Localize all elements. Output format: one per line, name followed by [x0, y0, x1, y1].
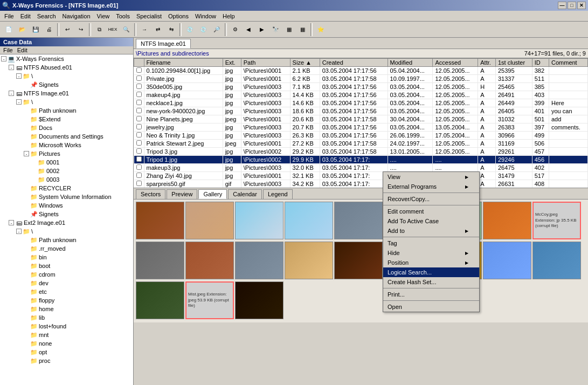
tab-legend[interactable]: Legend [263, 189, 293, 199]
tb-right[interactable]: ▶ [255, 23, 268, 36]
ctx-item-edit-comment[interactable]: Edit comment [383, 207, 479, 216]
tree-item-path-unknown2[interactable]: 📁Path unknown [0, 236, 133, 244]
tb-disk2[interactable]: 💿 [197, 23, 210, 36]
tb-disk[interactable]: 💿 [183, 23, 196, 36]
ctx-item-view[interactable]: View▶ [383, 172, 479, 182]
thumbnail-19[interactable]: Mist.jpeg Extension: jpeg 53.9 KB (corru… [185, 281, 234, 319]
table-row[interactable]: Tripod 1.jpgjpg\Pictures\000229.9 KB03.0… [134, 156, 588, 164]
tree-expand-ntfs-image[interactable]: - [9, 91, 14, 96]
tree-container[interactable]: -💻X-Ways Forensics-🖴NTFS Abused.e01-📁\📌S… [0, 54, 133, 385]
ctx-item-print[interactable]: Print... [383, 290, 479, 299]
tree-item-proc[interactable]: 📁proc [0, 356, 133, 365]
menu-navigation[interactable]: Navigation [59, 12, 94, 20]
tb-save[interactable]: 💾 [29, 23, 42, 36]
tree-item-0002[interactable]: 📁0002 [0, 167, 133, 175]
tb-nav2[interactable]: ⇄ [151, 23, 164, 36]
table-row[interactable]: makeup4.jpgjpg\Pictures\000314.4 KB03.05… [134, 91, 588, 99]
table-row[interactable]: sparpreis50.gifgif\Pictures\000334.2 KB0… [134, 180, 588, 188]
ctx-item-position[interactable]: Position▶ [383, 258, 479, 267]
table-row[interactable]: Neo & Trinity 1.jpgjpg\Pictures\000326.3… [134, 132, 588, 140]
table-row[interactable]: Nine Planets.jpegjpeg\Pictures\000120.6 … [134, 115, 588, 123]
tree-item-documents[interactable]: 📁Documents and Settings [0, 132, 133, 141]
tree-expand-ext2[interactable]: - [9, 220, 14, 225]
tree-item-recycler[interactable]: 📁RECYCLER [0, 184, 133, 192]
thumbnail-9[interactable] [136, 242, 184, 279]
tree-item-sysvolinfo[interactable]: 📁System Volume Information [0, 192, 133, 201]
row-checkbox[interactable] [136, 164, 142, 170]
row-checkbox[interactable] [136, 67, 142, 73]
menu-file[interactable]: File [1, 12, 17, 20]
ctx-item-add-to[interactable]: Add to▶ [383, 226, 479, 236]
table-row[interactable]: Private.jpgjpg\Pictures\00016.2 KB03.05.… [134, 75, 588, 83]
menu-search[interactable]: Search [34, 12, 59, 20]
tree-item-etc[interactable]: 📁etc [0, 287, 133, 296]
table-row[interactable]: Zhang Ziyi 40.jpgjpg\Pictures\000132.1 K… [134, 172, 588, 180]
tab-sectors[interactable]: Sectors [136, 189, 165, 199]
menu-options[interactable]: Options [165, 12, 192, 20]
tree-item-0001[interactable]: 📁0001 [0, 158, 133, 167]
tb-star[interactable]: ⭐ [314, 23, 327, 36]
menu-view[interactable]: View [94, 12, 113, 20]
thumbnail-13[interactable] [334, 242, 383, 279]
tab-ntfs-image[interactable]: NTFS Image.e01 [136, 39, 191, 49]
row-checkbox[interactable] [136, 84, 142, 89]
row-checkbox[interactable] [136, 156, 142, 162]
table-row[interactable]: Patrick Stewart 2.jpegjpeg\Pictures\0001… [134, 140, 588, 148]
col-accessed[interactable]: Accessed [433, 59, 478, 67]
thumbnail-4[interactable] [334, 202, 383, 239]
tree-item-xways[interactable]: -💻X-Ways Forensics [0, 54, 133, 63]
row-checkbox[interactable] [136, 100, 142, 105]
tree-item-signets2[interactable]: 📌Signets [0, 210, 133, 218]
tree-item-pictures[interactable]: -📁Pictures [0, 149, 133, 158]
menu-edit[interactable]: Edit [17, 12, 34, 20]
row-checkbox[interactable] [136, 140, 142, 146]
tree-expand-ntfs-abused[interactable]: - [9, 65, 14, 70]
thumbnail-20[interactable] [235, 281, 283, 319]
file-table-container[interactable]: Filename Ext. Path Size ▲ Created Modifi… [134, 58, 588, 188]
tree-item-0003[interactable]: 📁0003 [0, 175, 133, 184]
table-row[interactable]: makeup3.jpgjpg\Pictures\000332.0 KB03.05… [134, 164, 588, 172]
tb-binoculars[interactable]: 🔭 [269, 23, 282, 36]
ctx-item-recover-copy[interactable]: Recover/Copy... [383, 194, 479, 204]
row-checkbox[interactable] [136, 75, 142, 81]
table-row[interactable]: new-york-9400020.jpgjpg\Pictures\000318.… [134, 107, 588, 115]
tree-item-docs[interactable]: 📁Docs [0, 123, 133, 132]
tree-expand-ntfs-image-root[interactable]: - [16, 99, 22, 105]
tree-expand-pictures[interactable]: - [24, 151, 29, 156]
case-menu-edit[interactable]: Edit [15, 46, 30, 54]
row-checkbox[interactable] [136, 108, 142, 113]
tb-grid2[interactable]: ▦ [296, 23, 309, 36]
tb-hex[interactable]: HEX [106, 23, 119, 36]
tb-grid1[interactable]: ▦ [282, 23, 295, 36]
minimize-button[interactable]: — [558, 2, 566, 9]
table-row[interactable]: necklace1.jpgjpg\Pictures\000314.6 KB03.… [134, 99, 588, 107]
ctx-item-open[interactable]: Open [383, 302, 479, 312]
thumbnail-3[interactable] [285, 202, 333, 239]
tb-nav1[interactable]: → [138, 23, 151, 36]
tree-item-signets1[interactable]: 📌Signets [0, 80, 133, 89]
ctx-item-external-programs[interactable]: External Programs▶ [383, 182, 479, 191]
tb-undo[interactable]: ↩ [61, 23, 74, 36]
tree-item-ntfs-abused[interactable]: -🖴NTFS Abused.e01 [0, 63, 133, 72]
tb-tools1[interactable]: ⚙ [229, 23, 241, 36]
col-comment[interactable]: Comment [549, 59, 588, 67]
menu-window[interactable]: Window [192, 12, 219, 20]
tree-item-path-unknown1[interactable]: 📁Path unknown [0, 106, 133, 115]
thumbnail-11[interactable] [235, 242, 283, 279]
thumbnail-10[interactable] [185, 242, 234, 279]
tree-item-lost-found[interactable]: 📁lost+found [0, 322, 133, 331]
tree-item-ext2-root[interactable]: -📁\ [0, 227, 133, 236]
row-checkbox[interactable] [136, 116, 142, 121]
case-menu-file[interactable]: File [1, 46, 15, 54]
thumbnail-7[interactable] [483, 202, 531, 239]
close-button[interactable]: ✕ [577, 2, 586, 9]
tab-preview[interactable]: Preview [167, 189, 197, 199]
tree-item-cdrom[interactable]: 📁cdrom [0, 270, 133, 279]
thumbnail-17[interactable] [532, 242, 581, 279]
tree-item-windows[interactable]: 📁Windows [0, 201, 133, 210]
ctx-item-create-hash[interactable]: Create Hash Set... [383, 277, 479, 287]
tree-item-opt[interactable]: 📁opt [0, 348, 133, 356]
col-size[interactable]: Size ▲ [290, 59, 320, 67]
col-id[interactable]: ID [532, 59, 549, 67]
menu-specialist[interactable]: Specialist [133, 12, 165, 20]
